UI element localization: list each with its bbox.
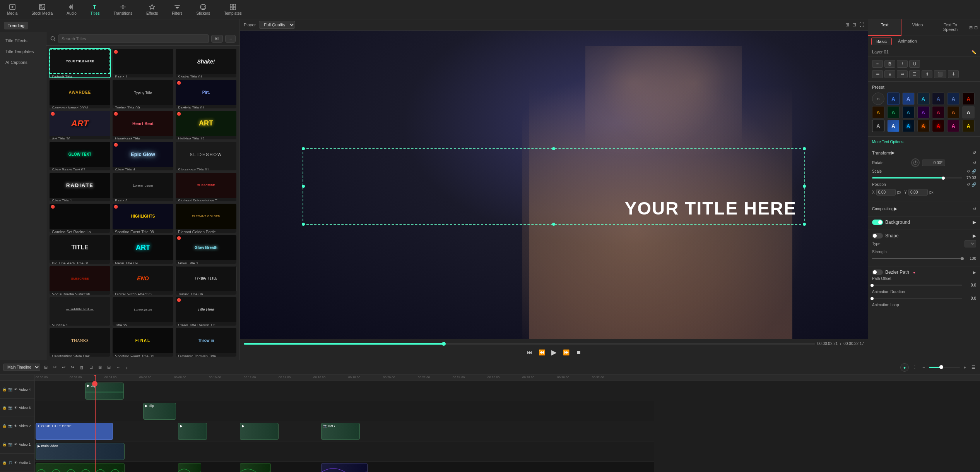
text-align-left[interactable]: ⬅ <box>872 70 883 78</box>
toolbar-titles[interactable]: T Titles <box>87 2 103 17</box>
sub-tab-animation[interactable]: Animation <box>893 38 922 45</box>
preset-a-pink[interactable]: A <box>947 120 959 132</box>
position-link-icon[interactable]: 🔗 <box>971 182 976 187</box>
title-card-particle01[interactable]: Pirt. 🔴 Particle Title 01 <box>176 80 236 108</box>
toolbar-stock[interactable]: Stock Media <box>28 2 56 17</box>
preset-a-dark[interactable]: A <box>932 93 944 105</box>
clip-video2-3[interactable]: 📷 IMG <box>321 423 360 440</box>
toolbar-media[interactable]: Media <box>4 2 21 17</box>
tl-snap-btn[interactable]: ⋮ <box>911 364 918 371</box>
title-card-stylized[interactable]: SUBSCRIBE Stylized Subscription T... <box>176 173 236 201</box>
player-icon-crop[interactable]: ⊡ <box>852 22 856 27</box>
step-forward-button[interactable]: ⏩ <box>562 348 570 356</box>
title-card-gaming[interactable]: 🔴 Gaming Set Racing Lo... <box>50 204 110 232</box>
clip-video3-1[interactable]: ▶ clip <box>143 403 176 420</box>
scale-thumb[interactable] <box>942 177 945 180</box>
rewind-button[interactable]: ⏮ <box>526 348 533 356</box>
title-card-typing09[interactable]: Typing Title Typing Title 09 <box>113 80 173 108</box>
tl-btn-split[interactable]: ⊞ <box>43 364 49 371</box>
video4-eye[interactable]: 👁 <box>14 388 17 391</box>
align-left-btn[interactable]: ≡ <box>872 60 883 68</box>
preset-none[interactable]: ○ <box>872 93 884 105</box>
trending-tab[interactable]: Trending <box>4 22 28 29</box>
sidebar-item-title-effects[interactable]: Title Effects <box>0 35 46 46</box>
transform-header[interactable]: Transform ▶ ↺ <box>872 150 976 155</box>
rotate-value[interactable]: 0.00° <box>922 160 945 166</box>
clip-video1-main[interactable]: ▶ main video <box>36 443 125 460</box>
tl-btn-more3[interactable]: ⊞ <box>106 364 112 371</box>
search-input[interactable] <box>58 34 209 43</box>
bezier-expand-icon[interactable]: ▶ <box>973 270 976 275</box>
preset-a-neon-cyan[interactable]: A <box>902 120 915 132</box>
clip-audio1-3[interactable] <box>240 463 271 472</box>
text-align-right[interactable]: ➡ <box>897 70 908 78</box>
tab-video[interactable]: Video <box>901 19 934 36</box>
step-back-button[interactable]: ⏪ <box>538 348 546 356</box>
playhead[interactable] <box>95 375 96 381</box>
tl-btn-more1[interactable]: ⊡ <box>88 364 94 371</box>
toolbar-filters[interactable]: Filters <box>169 2 185 17</box>
preset-a-rainbow[interactable]: A <box>962 93 975 105</box>
tl-zoom-slider[interactable] <box>929 367 960 368</box>
shape-expand-icon[interactable]: ▶ <box>973 233 976 239</box>
toolbar-effects[interactable]: Effects <box>143 2 161 17</box>
title-card-neon09[interactable]: ART Neon Title 09 <box>113 235 173 264</box>
title-card-digital[interactable]: ENO Digital Glitch Effect O... <box>113 266 173 295</box>
title-card-glow1[interactable]: RADIATE Glow Title 1 <box>50 173 110 201</box>
toolbar-stickers[interactable]: Stickers <box>193 2 214 17</box>
scale-reset-icon[interactable]: ↺ <box>967 169 970 173</box>
title-card-art26[interactable]: ART 🔴 Art Title 26 <box>50 111 110 139</box>
more-text-options[interactable]: More Text Options <box>868 137 980 147</box>
collapse-icon[interactable]: ⊟ <box>969 25 973 30</box>
layer-icon-edit[interactable]: ✏️ <box>971 50 976 54</box>
rotate-reset-icon[interactable]: ↺ <box>973 161 976 165</box>
title-card-holiday12[interactable]: ART 🔴 Holiday Title 12 <box>176 111 236 139</box>
preset-a-teal[interactable]: A <box>902 106 915 118</box>
sub-tab-basic[interactable]: Basic <box>871 38 892 45</box>
bezier-toggle[interactable] <box>872 269 883 275</box>
title-card-typing06[interactable]: TYPING TITLE Typing Title 06 <box>176 266 236 295</box>
progress-bar[interactable] <box>244 343 815 345</box>
toolbar-audio[interactable]: Audio <box>63 2 80 17</box>
preset-a-neon-orange[interactable]: A <box>917 120 930 132</box>
text-align-justify[interactable]: ☰ <box>909 70 920 78</box>
preset-a-orange[interactable]: A <box>947 106 959 118</box>
shape-toggle[interactable] <box>872 233 883 239</box>
playhead-marker[interactable] <box>92 381 97 386</box>
toolbar-transitions[interactable]: Transitions <box>110 2 135 17</box>
tl-btn-more5[interactable]: ↕ <box>124 364 130 371</box>
timeline-select[interactable]: Main Timeline <box>3 364 40 371</box>
title-card-default[interactable]: YOUR TITLE HERE Default Title <box>50 49 110 77</box>
underline-btn[interactable]: U <box>909 60 920 68</box>
sidebar-item-title-templates[interactable]: Title Templates <box>0 46 46 57</box>
title-card-slideshow[interactable]: SLIDESHOW Slideshow Title 01 <box>176 142 236 170</box>
preset-a-outline[interactable]: A <box>872 120 884 132</box>
compositing-toggle[interactable]: Compositing ▶ ↺ <box>872 204 976 213</box>
tl-btn-more4[interactable]: ↔ <box>115 364 122 371</box>
title-card-glow3[interactable]: Glow Breath 🔴 Glow Title 3 <box>176 235 236 264</box>
video3-eye[interactable]: 👁 <box>14 406 17 410</box>
title-card-bigtitle[interactable]: TITLE Big Title Pack Title 01 <box>50 235 110 264</box>
preset-a-red[interactable]: A <box>932 106 944 118</box>
play-button[interactable]: ▶ <box>551 347 558 357</box>
preset-a-medium[interactable]: A <box>947 93 959 105</box>
tl-btn-more2[interactable]: ⊠ <box>97 364 103 371</box>
filter-more-button[interactable]: ··· <box>225 35 236 43</box>
title-card-basic1[interactable]: 🔴 Basic 1 <box>113 49 173 77</box>
tl-btn-cut[interactable]: ✂ <box>51 364 58 371</box>
path-offset-slider[interactable] <box>872 285 962 286</box>
toolbar-templates[interactable]: Templates <box>221 2 245 17</box>
background-expand-icon[interactable]: ▶ <box>973 220 976 225</box>
tl-btn-redo[interactable]: ↪ <box>69 364 76 371</box>
title-card-dynamic[interactable]: Throw in Dynamic Throwin Title <box>176 328 236 357</box>
title-card-grammy[interactable]: AWARDEE Grammy Award 2024 ... <box>50 80 110 108</box>
player-icon-fullscreen[interactable]: ⛶ <box>859 22 864 27</box>
preset-a-green[interactable]: A <box>887 106 900 118</box>
title-card-elegant[interactable]: ELEGANT GOLDEN Elegant Golden Partic... <box>176 204 236 232</box>
strength-slider[interactable] <box>872 258 962 259</box>
title-card-title29[interactable]: Lorem ipsum Title 29 <box>113 297 173 326</box>
anim-duration-slider[interactable] <box>872 298 962 299</box>
tl-zoom-in[interactable]: + <box>962 364 968 371</box>
scale-slider[interactable] <box>872 177 962 179</box>
compositing-right-icon[interactable]: ↺ <box>973 207 976 211</box>
